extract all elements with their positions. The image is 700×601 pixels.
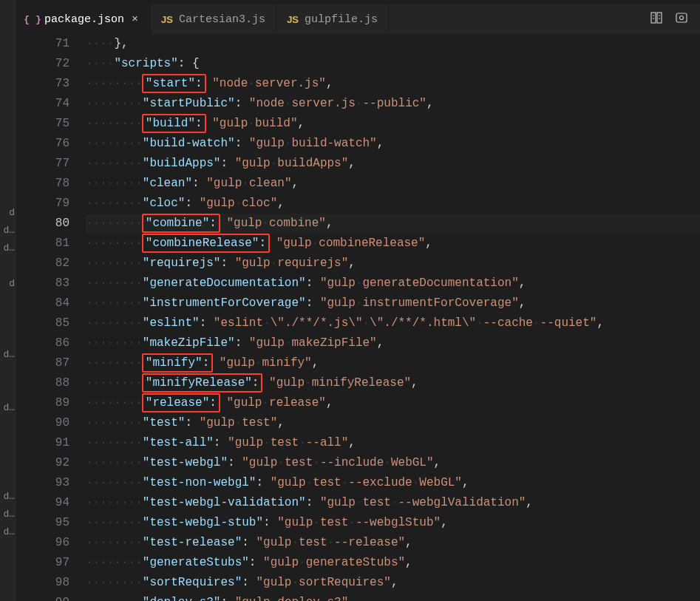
code-line[interactable]: ········"build": "gulp·build", <box>86 114 700 134</box>
tab-spacer <box>389 4 638 34</box>
tab-actions <box>638 4 700 34</box>
preview-icon[interactable] <box>675 11 688 28</box>
tab-label: package.json <box>44 13 124 26</box>
svg-point-7 <box>680 16 684 19</box>
code-line[interactable]: ········"eslint": "eslint·\"./**/*.js\"·… <box>86 313 700 333</box>
line-number: 90 <box>16 413 69 433</box>
code-line[interactable]: ········"cloc": "gulp·cloc", <box>86 194 700 214</box>
code-line[interactable]: ········"startPublic": "node·server.js·-… <box>86 94 700 114</box>
line-number: 87 <box>16 353 69 373</box>
svg-rect-0 <box>651 13 656 23</box>
line-number: 84 <box>16 293 69 313</box>
code-line[interactable]: ········"test-webgl": "gulp·test·--inclu… <box>86 453 700 473</box>
line-number: 73 <box>16 74 69 94</box>
js-icon: JS <box>287 13 299 25</box>
js-icon: JS <box>161 13 173 25</box>
highlight-box: "minify": <box>142 353 213 373</box>
line-number: 86 <box>16 333 69 353</box>
code-line[interactable]: ········"instrumentForCoverage": "gulp·i… <box>86 293 700 313</box>
line-number: 81 <box>16 234 69 254</box>
code-line[interactable]: ····"scripts": { <box>86 54 700 74</box>
line-number: 80 <box>16 214 69 234</box>
line-number: 95 <box>16 513 69 533</box>
close-icon[interactable]: × <box>130 13 140 26</box>
code-line[interactable]: ········"sortRequires": "gulp·sortRequir… <box>86 573 700 593</box>
code-line[interactable]: ········"test-webgl-validation": "gulp·t… <box>86 493 700 513</box>
code-line[interactable]: ········"build-watch": "gulp·build-watch… <box>86 134 700 154</box>
line-number: 79 <box>16 194 69 214</box>
tab-cartesian3-js[interactable]: JSCartesian3.js <box>151 4 276 34</box>
code-line[interactable]: ········"combineRelease": "gulp·combineR… <box>86 234 700 254</box>
highlight-box: "release": <box>142 393 220 412</box>
code-line[interactable]: ········"minify": "gulp·minify", <box>86 353 700 373</box>
line-number: 89 <box>16 393 69 413</box>
line-number-gutter: 7172737475767778798081828384858687888990… <box>16 34 86 601</box>
line-number: 99 <box>16 593 69 601</box>
code-line[interactable]: ········"test-all": "gulp·test·--all", <box>86 433 700 453</box>
tab-label: gulpfile.js <box>305 13 378 26</box>
code-line[interactable]: ········"test": "gulp·test", <box>86 413 700 433</box>
code-line[interactable]: ········"deploy-s3": "gulp·deploy-s3", <box>86 593 700 601</box>
highlight-box: "minifyRelease": <box>142 373 263 393</box>
code-line[interactable]: ········"combine": "gulp·combine", <box>86 214 700 234</box>
code-line[interactable]: ········"buildApps": "gulp·buildApps", <box>86 154 700 174</box>
line-number: 71 <box>16 34 69 54</box>
code-line[interactable]: ········"makeZipFile": "gulp·makeZipFile… <box>86 333 700 353</box>
tab-gulpfile-js[interactable]: JSgulpfile.js <box>276 4 389 34</box>
line-number: 92 <box>16 453 69 473</box>
code-line[interactable]: ········"release": "gulp·release", <box>86 393 700 413</box>
svg-rect-6 <box>676 13 687 22</box>
line-number: 85 <box>16 313 69 333</box>
line-number: 77 <box>16 154 69 174</box>
line-number: 98 <box>16 573 69 593</box>
line-number: 75 <box>16 114 69 134</box>
line-number: 93 <box>16 473 69 493</box>
line-number: 72 <box>16 54 69 74</box>
diff-icon[interactable] <box>650 11 663 28</box>
panel-sliver: dd…d…dd…d…d…d…d… <box>0 0 16 601</box>
line-number: 76 <box>16 134 69 154</box>
code-line[interactable]: ········"clean": "gulp·clean", <box>86 174 700 194</box>
code-line[interactable]: ········"generateDocumentation": "gulp·g… <box>86 274 700 293</box>
code-line[interactable]: ········"test-webgl-stub": "gulp·test·--… <box>86 513 700 533</box>
editor-tabs: { }package.json×JSCartesian3.jsJSgulpfil… <box>16 4 700 34</box>
highlight-box: "start": <box>142 74 206 93</box>
line-number: 74 <box>16 94 69 114</box>
code-line[interactable]: ····}, <box>86 34 700 54</box>
highlight-box: "combine": <box>142 214 220 233</box>
editor-area[interactable]: 7172737475767778798081828384858687888990… <box>16 34 700 601</box>
code-line[interactable]: ········"start": "node·server.js", <box>86 74 700 94</box>
code-content[interactable]: ····},····"scripts": {········"start": "… <box>86 34 700 601</box>
code-line[interactable]: ········"requirejs": "gulp·requirejs", <box>86 254 700 274</box>
line-number: 97 <box>16 553 69 573</box>
code-line[interactable]: ········"generateStubs": "gulp·generateS… <box>86 553 700 573</box>
tab-package-json[interactable]: { }package.json× <box>16 4 151 34</box>
svg-rect-1 <box>657 13 662 23</box>
line-number: 88 <box>16 373 69 393</box>
line-number: 91 <box>16 433 69 453</box>
line-number: 83 <box>16 274 69 293</box>
tab-label: Cartesian3.js <box>179 13 265 26</box>
code-line[interactable]: ········"test-release": "gulp·test·--rel… <box>86 533 700 553</box>
line-number: 78 <box>16 174 69 194</box>
line-number: 96 <box>16 533 69 553</box>
code-line[interactable]: ········"test-non-webgl": "gulp·test·--e… <box>86 473 700 493</box>
braces-icon: { } <box>27 13 38 25</box>
code-line[interactable]: ········"minifyRelease": "gulp·minifyRel… <box>86 373 700 393</box>
highlight-box: "build": <box>142 114 206 133</box>
line-number: 94 <box>16 493 69 513</box>
highlight-box: "combineRelease": <box>142 234 270 253</box>
line-number: 82 <box>16 254 69 274</box>
